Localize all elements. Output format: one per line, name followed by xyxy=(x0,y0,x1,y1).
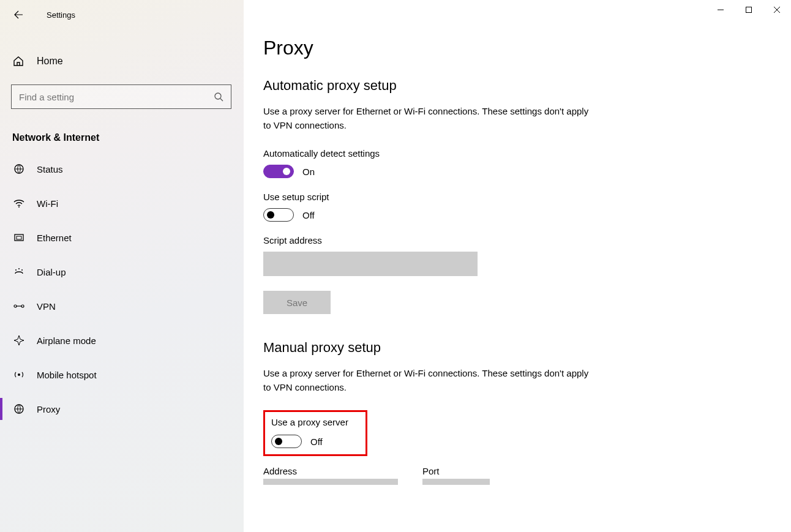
auto-section-title: Automatic proxy setup xyxy=(263,78,767,94)
svg-point-3 xyxy=(18,206,20,208)
auto-detect-label: Automatically detect settings xyxy=(263,148,767,159)
use-proxy-toggle[interactable] xyxy=(271,435,302,448)
manual-address-label: Address xyxy=(263,466,398,476)
sidebar-item-ethernet[interactable]: Ethernet xyxy=(0,220,244,255)
proxy-icon xyxy=(12,402,26,416)
svg-point-8 xyxy=(21,269,23,271)
sidebar-item-status[interactable]: Status xyxy=(0,152,244,186)
setup-script-label: Use setup script xyxy=(263,192,767,202)
sidebar-item-airplane[interactable]: Airplane mode xyxy=(0,323,244,358)
svg-point-12 xyxy=(18,373,20,376)
manual-port-input xyxy=(422,479,490,485)
home-icon xyxy=(12,55,26,67)
content-area: Proxy Automatic proxy setup Use a proxy … xyxy=(244,0,791,532)
status-icon xyxy=(12,162,26,176)
svg-point-9 xyxy=(14,305,17,307)
sidebar-item-dialup[interactable]: Dial-up xyxy=(0,255,244,289)
arrow-left-icon xyxy=(13,10,23,20)
auto-section-description: Use a proxy server for Ethernet or Wi-Fi… xyxy=(263,105,594,132)
setup-script-toggle[interactable] xyxy=(263,208,294,222)
titlebar: Settings xyxy=(0,6,244,23)
sidebar-item-hotspot[interactable]: Mobile hotspot xyxy=(0,358,244,392)
vpn-icon xyxy=(12,299,26,313)
search-icon xyxy=(214,92,223,102)
sidebar-item-wifi[interactable]: Wi-Fi xyxy=(0,186,244,220)
airplane-icon xyxy=(12,334,26,347)
sidebar-item-vpn[interactable]: VPN xyxy=(0,289,244,323)
minimize-icon xyxy=(717,6,724,13)
sidebar-item-label: Proxy xyxy=(37,404,60,414)
use-proxy-label: Use a proxy server xyxy=(271,417,359,427)
use-proxy-highlight: Use a proxy server Off xyxy=(263,410,367,456)
search-input[interactable] xyxy=(19,92,214,102)
category-header: Network & Internet xyxy=(12,132,231,143)
use-proxy-state: Off xyxy=(310,436,323,447)
sidebar-item-label: Airplane mode xyxy=(37,335,96,346)
sidebar-item-label: VPN xyxy=(37,301,56,312)
svg-rect-15 xyxy=(746,7,752,13)
home-label: Home xyxy=(37,56,63,67)
hotspot-icon xyxy=(12,368,26,381)
sidebar-item-label: Mobile hotspot xyxy=(37,370,97,380)
wifi-icon xyxy=(12,197,26,210)
svg-point-6 xyxy=(15,269,17,271)
back-button[interactable] xyxy=(11,7,26,22)
search-box[interactable] xyxy=(11,84,231,109)
sidebar-item-label: Ethernet xyxy=(37,233,72,243)
sidebar-item-label: Wi-Fi xyxy=(37,198,58,209)
sidebar: Settings Home Network & Internet Status … xyxy=(0,0,244,532)
nav-list: Status Wi-Fi Ethernet Dial-up VPN xyxy=(0,152,244,426)
svg-line-1 xyxy=(220,99,223,101)
save-button: Save xyxy=(263,291,331,314)
close-icon xyxy=(773,6,781,13)
manual-address-input xyxy=(263,479,398,485)
window-controls xyxy=(707,0,791,20)
maximize-icon xyxy=(745,6,752,13)
script-address-input xyxy=(263,252,478,276)
sidebar-item-label: Status xyxy=(37,164,63,174)
svg-point-0 xyxy=(215,93,221,99)
sidebar-item-label: Dial-up xyxy=(37,267,66,277)
setup-script-state: Off xyxy=(302,210,315,220)
svg-rect-5 xyxy=(17,236,21,239)
dialup-icon xyxy=(12,265,26,279)
close-button[interactable] xyxy=(763,0,791,20)
maximize-button[interactable] xyxy=(735,0,763,20)
svg-point-7 xyxy=(18,268,20,269)
manual-section-title: Manual proxy setup xyxy=(263,340,767,356)
script-address-label: Script address xyxy=(263,235,767,245)
manual-section-description: Use a proxy server for Ethernet or Wi-Fi… xyxy=(263,367,594,394)
auto-detect-state: On xyxy=(302,167,315,177)
svg-point-10 xyxy=(21,305,24,307)
page-title: Proxy xyxy=(263,37,767,59)
sidebar-home[interactable]: Home xyxy=(0,49,244,73)
app-title: Settings xyxy=(47,10,75,20)
auto-detect-toggle[interactable] xyxy=(263,165,294,178)
sidebar-item-proxy[interactable]: Proxy xyxy=(0,392,244,426)
ethernet-icon xyxy=(12,231,26,244)
manual-port-label: Port xyxy=(422,466,490,476)
minimize-button[interactable] xyxy=(707,0,735,20)
